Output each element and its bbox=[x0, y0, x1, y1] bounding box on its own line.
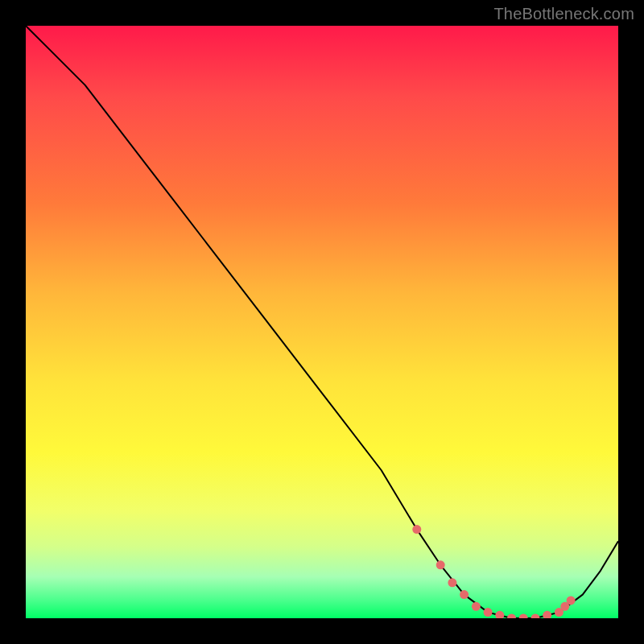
highlight-dot bbox=[495, 611, 504, 618]
highlight-dot bbox=[460, 590, 469, 599]
bottleneck-curve bbox=[26, 26, 618, 618]
highlight-dots-group bbox=[412, 525, 575, 618]
highlight-dot bbox=[484, 608, 493, 617]
highlight-dot bbox=[567, 596, 576, 605]
highlight-dot bbox=[507, 614, 516, 619]
chart-frame: TheBottleneck.com bbox=[0, 0, 644, 644]
highlight-dot bbox=[531, 614, 540, 619]
highlight-dot bbox=[448, 578, 456, 587]
highlight-dot bbox=[436, 560, 445, 569]
watermark-text: TheBottleneck.com bbox=[493, 5, 634, 23]
highlight-dot bbox=[412, 525, 421, 534]
plot-area bbox=[26, 26, 618, 618]
curve-svg bbox=[26, 26, 618, 618]
highlight-dot bbox=[519, 614, 528, 619]
highlight-dot bbox=[472, 602, 481, 611]
highlight-dot bbox=[543, 611, 551, 618]
